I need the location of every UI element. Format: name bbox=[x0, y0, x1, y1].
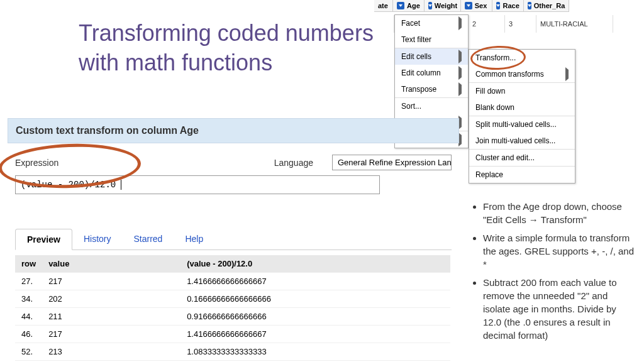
menu-facet[interactable]: Facet bbox=[395, 15, 468, 31]
dropdown-icon[interactable] bbox=[496, 2, 501, 9]
slide-title: Transforming coded numberswith math func… bbox=[79, 19, 374, 78]
tab-preview[interactable]: Preview bbox=[15, 229, 72, 250]
col-ate[interactable]: ate bbox=[374, 0, 393, 11]
table-row: 34.2020.16666666666666666 bbox=[15, 290, 450, 308]
submenu-common[interactable]: Common transforms bbox=[469, 66, 575, 82]
dialog-title: Custom text transform on column Age bbox=[8, 118, 459, 143]
th-value: value bbox=[42, 255, 180, 273]
table-row: 52.2131.0833333333333333 bbox=[15, 343, 450, 361]
submenu-cluster[interactable]: Cluster and edit... bbox=[469, 150, 575, 166]
arrow-right-icon bbox=[458, 19, 462, 28]
transform-dialog: Custom text transform on column Age Expr… bbox=[8, 118, 459, 362]
bullet-2: Write a simple formula to transform the … bbox=[483, 231, 636, 271]
tab-starred[interactable]: Starred bbox=[123, 229, 174, 250]
menu-sort[interactable]: Sort... bbox=[395, 98, 468, 114]
dropdown-icon[interactable] bbox=[465, 2, 472, 9]
col-weight[interactable]: Weight bbox=[425, 0, 461, 11]
th-output: (value - 200)/12.0 bbox=[180, 255, 450, 273]
submenu-replace[interactable]: Replace bbox=[469, 167, 575, 183]
menu-editcolumn[interactable]: Edit column bbox=[395, 65, 468, 81]
tab-help[interactable]: Help bbox=[174, 229, 214, 250]
submenu-split[interactable]: Split multi-valued cells... bbox=[469, 116, 575, 133]
col-race[interactable]: Race bbox=[492, 0, 524, 11]
preview-table: row value (value - 200)/12.0 27.2171.416… bbox=[15, 255, 450, 362]
arrow-right-icon bbox=[565, 70, 569, 79]
col-sex[interactable]: Sex bbox=[461, 0, 492, 11]
table-row: 46.2171.4166666666666667 bbox=[15, 326, 450, 343]
dropdown-icon[interactable] bbox=[428, 2, 432, 9]
col-age[interactable]: Age bbox=[393, 0, 425, 11]
submenu-blankdown[interactable]: Blank down bbox=[469, 99, 575, 116]
bullet-3: Subtract 200 from each value to remove t… bbox=[483, 276, 636, 342]
table-row: 27.2171.4166666666666667 bbox=[15, 273, 450, 290]
submenu-filldown[interactable]: Fill down bbox=[469, 83, 575, 99]
table-row: 44.2110.9166666666666666 bbox=[15, 308, 450, 326]
expression-input[interactable]: (value - 200)/12.0 bbox=[15, 175, 380, 194]
dropdown-icon[interactable] bbox=[397, 2, 404, 9]
column-headers: ate Age Weight Sex Race Other_Ra bbox=[374, 0, 569, 12]
dropdown-icon[interactable] bbox=[528, 2, 531, 9]
menu-transpose[interactable]: Transpose bbox=[395, 81, 468, 97]
bullet-1: From the Age drop down, choose "Edit Cel… bbox=[483, 200, 636, 226]
language-label: Language bbox=[274, 158, 313, 168]
submenu-transform[interactable]: Transform... bbox=[469, 50, 575, 66]
th-row: row bbox=[15, 255, 42, 273]
dialog-tabs: Preview History Starred Help bbox=[15, 229, 452, 250]
menu-editcells[interactable]: Edit cells bbox=[395, 48, 468, 65]
editcells-submenu: Transform... Common transforms Fill down… bbox=[469, 49, 575, 184]
arrow-right-icon bbox=[458, 69, 462, 77]
tab-history[interactable]: History bbox=[72, 229, 123, 250]
language-select[interactable]: General Refine Expression Lan bbox=[332, 155, 452, 170]
menu-textfilter[interactable]: Text filter bbox=[395, 31, 468, 48]
expression-label: Expression bbox=[15, 158, 255, 168]
arrow-right-icon bbox=[458, 85, 462, 94]
submenu-join[interactable]: Join multi-valued cells... bbox=[469, 133, 575, 149]
col-other[interactable]: Other_Ra bbox=[524, 0, 569, 11]
arrow-right-icon bbox=[458, 52, 462, 61]
instruction-bullets: From the Age drop down, choose "Edit Cel… bbox=[469, 200, 636, 347]
